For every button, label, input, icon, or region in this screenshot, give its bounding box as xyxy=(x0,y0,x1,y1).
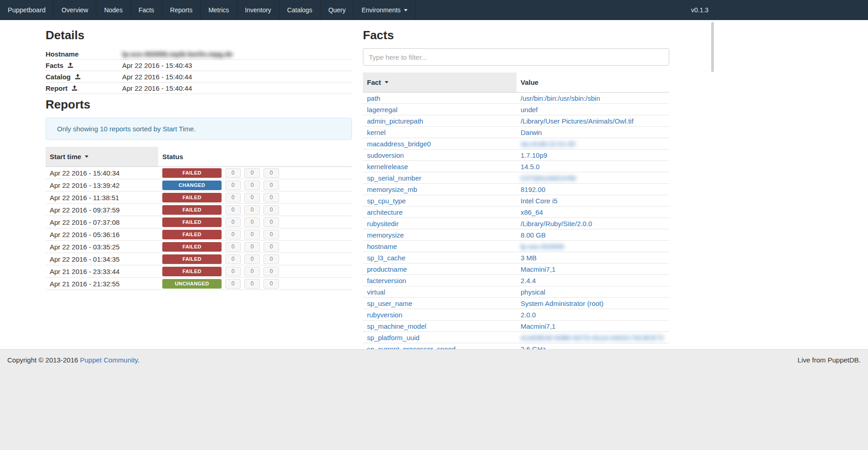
report-status-badge[interactable]: FAILED xyxy=(162,193,222,202)
report-status-badge[interactable]: FAILED xyxy=(162,205,222,215)
report-status-badge[interactable]: FAILED xyxy=(162,230,222,239)
fact-value-link[interactable]: Intel Core i5 xyxy=(521,197,558,205)
catalog-timestamp: Apr 22 2016 - 15:40:44 xyxy=(122,73,192,81)
report-status-badge[interactable]: FAILED xyxy=(162,254,222,264)
report-start-time: Apr 22 2016 - 11:38:51 xyxy=(46,194,158,202)
fact-name-link[interactable]: sp_l3_cache xyxy=(367,254,405,262)
report-metric-count: 0 xyxy=(264,181,279,190)
navbar-item-label: Catalogs xyxy=(287,6,312,14)
reports-rows: Apr 22 2016 - 15:40:34 FAILED 0 0 0 Apr … xyxy=(46,167,352,290)
fact-value-link[interactable]: 41A00E40-60B6-5D7D-811A-0A03173C9CE72 xyxy=(521,334,664,341)
report-status-badge[interactable]: FAILED xyxy=(162,267,222,276)
puppet-community-link[interactable]: Puppet Community xyxy=(80,356,138,364)
fact-row: sp_cpu_type Intel Core i5 xyxy=(363,195,669,207)
fact-name-link[interactable]: kernelrelease xyxy=(367,163,408,171)
facts-filter-input[interactable] xyxy=(363,48,669,66)
report-status-badge[interactable]: CHANGED xyxy=(162,181,222,190)
fact-name-link[interactable]: hostname xyxy=(367,243,397,250)
fact-name-link[interactable]: lagerregal xyxy=(367,106,398,114)
fact-value-link[interactable]: /usr/bin:/bin:/usr/sbin:/sbin xyxy=(521,94,600,102)
fact-name-link[interactable]: admin_picturepath xyxy=(367,117,423,125)
fact-name-link[interactable]: memorysize_mb xyxy=(367,186,417,193)
copyright-prefix: Copyright © 2013-2016 xyxy=(7,356,80,364)
fact-value-link[interactable]: undef xyxy=(521,106,538,114)
fact-name-link[interactable]: kernel xyxy=(367,129,386,136)
upload-icon[interactable] xyxy=(75,74,81,80)
fact-value-link[interactable]: Macmini7,1 xyxy=(521,265,556,273)
report-metric-count: 0 xyxy=(264,254,279,264)
fact-value-link[interactable]: /Library/User Pictures/Animals/Owl.tif xyxy=(521,117,634,125)
navbar-item[interactable]: Metrics xyxy=(201,0,237,20)
navbar-item[interactable]: Inventory xyxy=(237,0,279,20)
sort-desc-icon xyxy=(385,81,388,85)
fact-value-link[interactable]: 3 MB xyxy=(521,254,537,262)
fact-name-link[interactable]: sp_user_name xyxy=(367,300,412,307)
navbar-item[interactable]: Environments xyxy=(354,0,416,20)
fact-name-link[interactable]: sp_serial_number xyxy=(367,174,421,182)
fact-name-link[interactable]: macaddress_bridge0 xyxy=(367,140,431,148)
report-start-time: Apr 22 2016 - 05:36:16 xyxy=(46,231,158,238)
fact-value-link[interactable]: lp-osx-003056 xyxy=(521,243,564,250)
navbar-item[interactable]: Query xyxy=(320,0,354,20)
navbar-item[interactable]: Facts xyxy=(131,0,162,20)
column-header-fact[interactable]: Fact xyxy=(363,72,517,92)
report-metric-count: 0 xyxy=(225,217,241,227)
fact-name-link[interactable]: sp_cpu_type xyxy=(367,197,406,205)
report-metric-count: 0 xyxy=(225,181,241,190)
facts-table-header: Fact Value xyxy=(363,72,669,93)
report-start-time: Apr 22 2016 - 09:37:59 xyxy=(46,206,158,214)
facts-table: Fact Value path /usr/bin:/bin:/usr/sbin:… xyxy=(363,72,669,349)
fact-value-link[interactable]: 2.6 GHz xyxy=(521,345,546,350)
navbar-item[interactable]: Catalogs xyxy=(279,0,320,20)
navbar-item[interactable]: Reports xyxy=(162,0,201,20)
fact-value-link[interactable]: Darwin xyxy=(521,129,542,136)
column-header-value[interactable]: Value xyxy=(517,72,542,92)
fact-value-link[interactable]: physical xyxy=(521,288,545,296)
fact-name-link[interactable]: memorysize xyxy=(367,231,404,239)
column-header-status[interactable]: Status xyxy=(158,147,187,166)
upload-icon[interactable] xyxy=(67,62,73,68)
fact-value-link[interactable]: 2.4.4 xyxy=(521,277,536,284)
report-status-badge[interactable]: FAILED xyxy=(162,217,222,227)
fact-name-link[interactable]: rubyversion xyxy=(367,311,403,319)
fact-value-link[interactable]: 2.0.0 xyxy=(521,311,536,319)
report-status-badge[interactable]: FAILED xyxy=(162,168,222,178)
fact-name-link[interactable]: virtual xyxy=(367,288,385,296)
fact-value-link[interactable]: /Library/Ruby/Site/2.0.0 xyxy=(521,220,592,228)
report-row: Apr 22 2016 - 15:40:34 FAILED 0 0 0 xyxy=(46,167,352,179)
fact-value-link[interactable]: C07QN1A6G1HW xyxy=(521,174,576,182)
fact-value-link[interactable]: 8192.00 xyxy=(521,186,545,193)
fact-value-link[interactable]: Macmini7,1 xyxy=(521,322,556,330)
fact-name-link[interactable]: rubysitedir xyxy=(367,220,398,228)
fact-name-link[interactable]: architecture xyxy=(367,208,403,216)
fact-name-link[interactable]: sp_platform_uuid xyxy=(367,334,419,341)
fact-value-link[interactable]: 14.5.0 xyxy=(521,163,540,171)
report-status-badge[interactable]: FAILED xyxy=(162,242,222,252)
column-label: Value xyxy=(521,78,538,86)
fact-value-link[interactable]: x86_64 xyxy=(521,208,543,216)
navbar-brand[interactable]: Puppetboard xyxy=(0,0,54,20)
fact-name-link[interactable]: sp_machine_model xyxy=(367,322,426,330)
fact-value-link[interactable]: 8.00 GB xyxy=(521,231,546,239)
report-status-badge[interactable]: UNCHANGED xyxy=(162,279,222,289)
navbar-item[interactable]: Nodes xyxy=(96,0,130,20)
top-navbar: Puppetboard Overview Nodes Facts Reports xyxy=(0,0,868,20)
fact-name-link[interactable]: sudoversion xyxy=(367,151,404,159)
fact-name-link[interactable]: sp_current_processor_speed xyxy=(367,345,455,350)
fact-row: sp_machine_model Macmini7,1 xyxy=(363,321,669,332)
report-status-cell: CHANGED 0 0 0 xyxy=(158,181,279,190)
navbar-item[interactable]: Overview xyxy=(54,0,96,20)
reports-table: Start time Status Apr 22 2016 - 15:40:34… xyxy=(46,147,352,290)
fact-value-link[interactable]: System Administrator (root) xyxy=(521,300,604,307)
upload-icon[interactable] xyxy=(72,85,78,91)
scrollbar-thumb[interactable] xyxy=(711,22,714,72)
report-metric-count: 0 xyxy=(244,254,260,264)
fact-value-link[interactable]: 3a:c9:86:22:01:00 xyxy=(521,140,575,148)
fact-value-link[interactable]: 1.7.10p9 xyxy=(521,151,547,159)
fact-name-link[interactable]: facterversion xyxy=(367,277,406,284)
facts-column: Facts Fact Value path xyxy=(363,25,669,349)
fact-name-link[interactable]: productname xyxy=(367,265,407,273)
detail-row-hostname: Hostname lp-osx-003056.mpib-berlin.mpg.d… xyxy=(46,48,352,60)
fact-name-link[interactable]: path xyxy=(367,94,380,102)
column-header-start-time[interactable]: Start time xyxy=(46,147,158,166)
